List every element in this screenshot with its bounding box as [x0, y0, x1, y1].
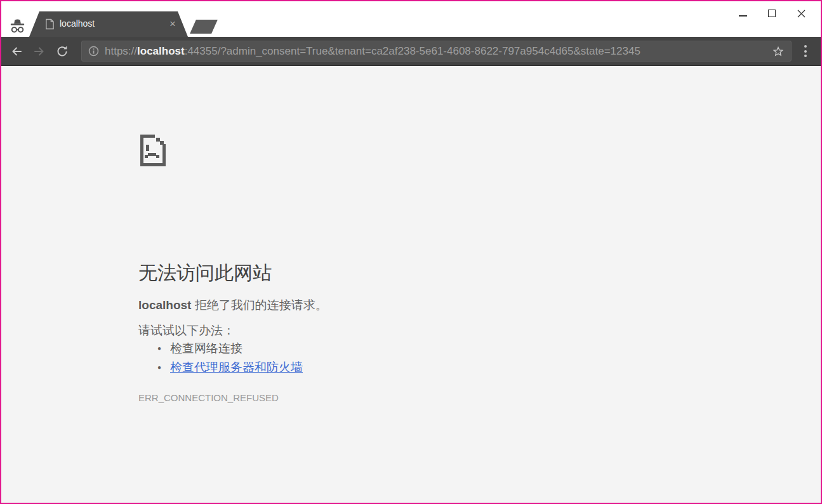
reload-button[interactable]: [51, 40, 74, 63]
suggestion-label: 检查网络连接: [170, 342, 242, 355]
error-title: 无法访问此网站: [138, 260, 272, 286]
tab-title: localhost: [60, 18, 95, 29]
blank-page-icon: [45, 18, 55, 30]
incognito-icon: [9, 18, 26, 34]
close-button[interactable]: [786, 4, 816, 23]
url-host: localhost: [137, 45, 185, 57]
minimize-icon: [739, 15, 747, 17]
error-page: 无法访问此网站 localhost 拒绝了我们的连接请求。 请试试以下办法： 检…: [1, 66, 821, 503]
page-info-icon[interactable]: [88, 46, 99, 56]
menu-dot: [804, 50, 807, 53]
tab-close-icon[interactable]: ×: [165, 17, 180, 32]
menu-dot: [804, 55, 807, 57]
browser-menu-button[interactable]: [798, 40, 813, 63]
bookmark-star-button[interactable]: [772, 45, 785, 58]
url-scheme: https://: [105, 45, 137, 57]
tab-strip: localhost ×: [1, 1, 821, 37]
back-button[interactable]: [5, 40, 28, 63]
minimize-button[interactable]: [728, 4, 757, 23]
close-icon: [797, 9, 806, 18]
browser-window: localhost ×: [0, 0, 822, 504]
error-message-text: 拒绝了我们的连接请求。: [191, 298, 327, 312]
sad-page-icon: [138, 133, 168, 168]
menu-dot: [804, 45, 807, 48]
url-text[interactable]: https://localhost:44355/?admin_consent=T…: [105, 45, 767, 58]
url-path: :44355/?admin_consent=True&tenant=ca2af2…: [185, 45, 640, 57]
suggestions-heading: 请试试以下办法：: [138, 322, 235, 339]
back-icon: [10, 44, 23, 58]
tab-localhost[interactable]: localhost ×: [29, 11, 188, 37]
error-code: ERR_CONNECTION_REFUSED: [138, 392, 279, 403]
window-controls: [728, 4, 816, 23]
maximize-icon: [768, 10, 776, 17]
browser-toolbar: https://localhost:44355/?admin_consent=T…: [1, 37, 821, 66]
maximize-button[interactable]: [757, 4, 786, 23]
suggestion-check-proxy: 检查代理服务器和防火墙: [138, 358, 303, 377]
suggestion-check-network: 检查网络连接: [138, 339, 303, 358]
reload-icon: [55, 44, 69, 58]
forward-icon: [32, 44, 46, 58]
star-icon: [772, 45, 785, 58]
proxy-firewall-link[interactable]: 检查代理服务器和防火墙: [170, 361, 303, 374]
error-message: localhost 拒绝了我们的连接请求。: [138, 297, 328, 314]
address-bar[interactable]: https://localhost:44355/?admin_consent=T…: [81, 41, 792, 62]
forward-button[interactable]: [28, 40, 51, 63]
error-host: localhost: [138, 298, 191, 312]
suggestions-list: 检查网络连接 检查代理服务器和防火墙: [138, 339, 303, 377]
new-tab-button[interactable]: [190, 20, 218, 34]
